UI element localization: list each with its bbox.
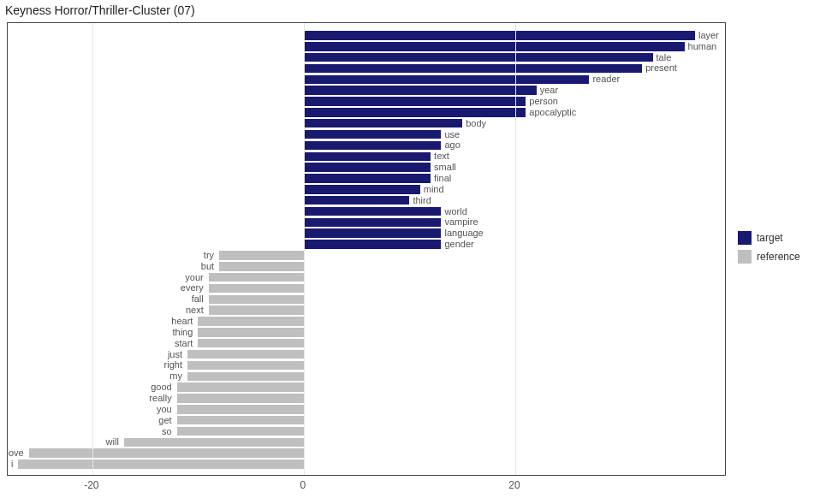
bar-row: text: [8, 152, 725, 162]
bar-label: your: [185, 273, 203, 282]
bar-reference: [29, 448, 304, 458]
bar-label: but: [201, 262, 214, 271]
legend-item-reference: reference: [738, 250, 800, 264]
bar-row: use: [8, 130, 725, 139]
bar-reference: [219, 262, 304, 271]
bar-label: heart: [171, 317, 193, 326]
bar-row: reader: [8, 75, 725, 85]
bar-row: world: [8, 207, 725, 216]
bar-reference: [198, 339, 304, 348]
chart-title: Keyness Horror/Thriller-Cluster (07): [5, 3, 195, 17]
bar-row: start: [8, 339, 725, 348]
bar-row: get: [8, 416, 725, 425]
bar-reference: [209, 305, 304, 315]
bar-label: will: [106, 437, 119, 447]
bar-label: person: [529, 97, 558, 106]
bar-reference: [177, 427, 304, 436]
bar-row: you: [8, 405, 725, 414]
bar-label: year: [540, 86, 558, 95]
bar-reference: [209, 295, 304, 305]
bar-reference: [177, 405, 304, 414]
bar-target: [304, 108, 526, 117]
bar-reference: [124, 438, 304, 448]
bar-row: final: [8, 174, 725, 183]
bar-target: [304, 31, 695, 40]
bar-row: really: [8, 394, 725, 403]
bar-row: try: [8, 251, 725, 260]
bar-row: heart: [8, 317, 725, 326]
bar-label: third: [413, 196, 431, 205]
bar-label: try: [204, 251, 214, 260]
bar-row: i: [8, 460, 725, 469]
bar-label: i: [11, 460, 13, 469]
bar-label: human: [688, 42, 717, 51]
bar-label: final: [434, 174, 451, 183]
bar-target: [304, 64, 642, 74]
bar-row: just: [8, 350, 725, 359]
bar-label: gender: [444, 240, 473, 249]
x-tick-label: 0: [300, 479, 306, 491]
bar-label: mind: [424, 185, 444, 194]
bar-row: gender: [8, 240, 725, 249]
bar-label: tale: [657, 53, 672, 62]
bar-target: [304, 97, 526, 106]
bar-row: person: [8, 97, 725, 106]
legend-label: target: [757, 232, 783, 244]
bar-row: fall: [8, 295, 725, 305]
bar-label: small: [434, 163, 456, 172]
bar-target: [304, 218, 442, 228]
bar-label: ago: [444, 140, 460, 150]
bar-reference: [209, 273, 304, 282]
bar-label: body: [466, 119, 486, 128]
bar-reference: [198, 317, 304, 326]
legend-swatch-target: [738, 231, 752, 245]
bar-target: [304, 196, 410, 205]
bar-reference: [198, 328, 304, 337]
bar-reference: [187, 361, 304, 371]
bar-row: third: [8, 196, 725, 205]
bar-target: [304, 141, 442, 151]
legend-swatch-reference: [738, 250, 752, 264]
bar-reference: [187, 372, 304, 382]
bar-label: my: [169, 371, 182, 381]
bar-reference: [177, 382, 304, 392]
bar-row: present: [8, 64, 725, 74]
bar-reference: [209, 284, 304, 294]
bar-label: vampire: [444, 217, 478, 227]
bar-target: [304, 207, 442, 216]
gridline: [92, 23, 93, 475]
bar-label: language: [444, 228, 483, 238]
bar-row: small: [8, 163, 725, 172]
bar-target: [304, 240, 442, 249]
bar-label: really: [149, 394, 171, 403]
bar-row: next: [8, 305, 725, 315]
bar-target: [304, 75, 590, 85]
bar-row: good: [8, 382, 725, 392]
bar-row: thing: [8, 328, 725, 337]
bar-label: reader: [592, 74, 620, 84]
bar-label: present: [645, 63, 677, 73]
bar-label: layer: [698, 31, 719, 40]
bar-target: [304, 130, 442, 139]
gridline: [515, 23, 516, 475]
legend: target reference: [738, 231, 800, 269]
bar-target: [304, 119, 462, 128]
bar-row: year: [8, 86, 725, 95]
bar-label: get: [158, 416, 171, 425]
legend-label: reference: [757, 251, 800, 263]
bar-label: love: [7, 448, 24, 458]
bar-row: ago: [8, 141, 725, 151]
gridline: [304, 23, 305, 475]
bar-row: language: [8, 228, 725, 238]
bar-row: love: [8, 448, 725, 458]
bar-row: human: [8, 42, 725, 51]
bar-row: vampire: [8, 218, 725, 228]
bar-row: mind: [8, 185, 725, 194]
bar-label: so: [162, 427, 172, 436]
bar-reference: [177, 394, 304, 403]
bar-row: apocalyptic: [8, 108, 725, 117]
bars-container: layerhumantalepresentreaderyearpersonapo…: [8, 30, 725, 468]
bar-row: every: [8, 284, 725, 294]
bar-target: [304, 86, 537, 95]
bar-target: [304, 163, 431, 172]
